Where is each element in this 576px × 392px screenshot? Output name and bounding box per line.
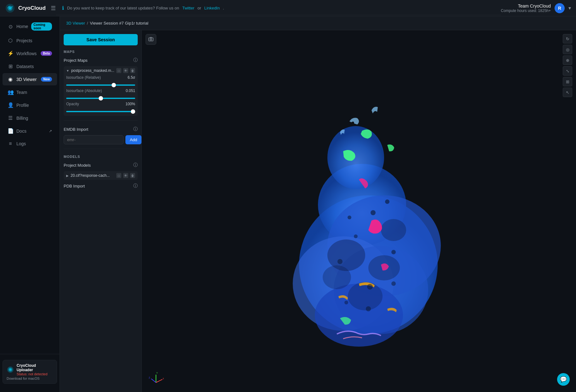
emdb-input[interactable] (64, 135, 124, 144)
project-maps-info-icon[interactable]: ⓘ (133, 57, 138, 63)
announcement-icon: ℹ (62, 5, 64, 11)
breadcrumb-bar: 3D Viewer / Viewer Session #7 Gip1r tuto… (60, 16, 576, 30)
isosurface-relative-slider[interactable] (66, 84, 135, 86)
isosurface-absolute-label: Isosurface (Absolute) (66, 89, 102, 93)
isosurface-relative-label: Isosurface (Relative) (66, 75, 101, 80)
linkedin-link[interactable]: LinkedIn (204, 6, 220, 10)
project-models-info-icon[interactable]: ⓘ (133, 162, 138, 168)
map-toggle-icon[interactable]: □ (116, 68, 121, 73)
opacity-slider[interactable] (66, 111, 135, 112)
viewer-badge: New (41, 77, 52, 82)
isosurface-absolute-slider-container (66, 94, 135, 101)
logs-icon: ≡ (8, 141, 13, 147)
sidebar-item-billing[interactable]: ☰ Billing (3, 112, 57, 124)
emdb-add-button[interactable]: Add (125, 135, 141, 144)
sidebar-label-profile: Profile (16, 103, 52, 108)
axes-indicator: Y X Z (148, 370, 164, 386)
model-chevron-icon[interactable]: ▶ (66, 174, 69, 177)
datasets-icon: ⊞ (8, 63, 13, 69)
pdb-info-icon[interactable]: ⓘ (133, 183, 138, 189)
uploader-info: CryoCloud Uploader Status: not detected (17, 363, 53, 376)
sidebar-item-projects[interactable]: ⬡ Projects (3, 34, 57, 47)
svg-point-27 (366, 306, 371, 311)
expand-button[interactable]: ⤡ (563, 66, 572, 76)
chat-button[interactable]: 💬 (557, 373, 570, 386)
models-section: MODELS Project Models ⓘ ▶ 20.cif?respons… (64, 153, 138, 190)
breadcrumb-current: Viewer Session #7 Gip1r tutorial (90, 21, 148, 26)
home-icon: ⊙ (8, 24, 13, 30)
isosurface-relative-row: Isosurface (Relative) 6.5σ (66, 74, 135, 81)
emdb-title: EMDB Import (64, 127, 88, 132)
protein-svg (249, 69, 469, 353)
chat-icon: 💬 (560, 376, 567, 383)
pdb-import-title: PDB Import (64, 184, 85, 188)
uploader-download[interactable]: Download for macOS (7, 377, 53, 380)
sidebar-item-workflows[interactable]: ⚡ Workflows Beta (3, 47, 57, 60)
svg-point-18 (323, 265, 351, 289)
sidebar-label-projects: Projects (16, 38, 52, 43)
sidebar-item-logs[interactable]: ≡ Logs (3, 138, 57, 150)
map-chevron-icon[interactable]: ▼ (66, 69, 69, 72)
axes-svg: Y X Z (148, 370, 164, 386)
reset-view-button[interactable]: ↻ (563, 34, 572, 43)
main-layout: ⊙ Home Coming soon ⬡ Projects ⚡ Workflow… (0, 16, 576, 392)
emdb-info-icon[interactable]: ⓘ (133, 126, 138, 132)
content-area: 3D Viewer / Viewer Session #7 Gip1r tuto… (60, 16, 576, 392)
or-text: or (198, 6, 201, 10)
viewer-toolbar (146, 34, 156, 45)
svg-rect-6 (149, 38, 153, 41)
model-eye-icon[interactable]: 👁 (123, 173, 128, 178)
map-filename: postprocess_masked.m... (71, 68, 114, 73)
svg-point-28 (344, 301, 348, 304)
sidebar-label-datasets: Datasets (16, 64, 52, 69)
model-trash-icon[interactable]: 🗑 (130, 173, 135, 178)
zoom-button[interactable]: ⊕ (563, 55, 572, 65)
model-toggle-icon[interactable]: □ (116, 173, 121, 178)
emdb-import-section: EMDB Import ⓘ Add (64, 125, 138, 144)
isosurface-relative-slider-container (66, 81, 135, 88)
isosurface-absolute-slider[interactable] (66, 98, 135, 99)
uploader-widget[interactable]: CryoCloud Uploader Status: not detected … (3, 360, 57, 384)
dropdown-icon[interactable]: ▾ (568, 5, 571, 11)
billing-icon: ☰ (8, 115, 13, 121)
grid-icon: ⊞ (566, 79, 569, 84)
team-name: Team CryoCloud (501, 3, 551, 9)
sidebar-item-profile[interactable]: 👤 Profile (3, 99, 57, 111)
map-eye-icon[interactable]: 👁 (123, 68, 128, 73)
svg-text:Z: Z (149, 377, 150, 379)
uploader-status: Status: not detected (17, 372, 53, 376)
sidebar-label-logs: Logs (16, 141, 52, 146)
svg-point-29 (391, 281, 396, 286)
viewer-icon: ◉ (8, 76, 13, 82)
home-badge: Coming soon (31, 22, 52, 31)
svg-point-20 (371, 210, 376, 215)
twitter-link[interactable]: Twitter (182, 6, 194, 10)
logo-icon (5, 3, 15, 13)
opacity-label: Opacity (66, 102, 79, 106)
sidebar-item-datasets[interactable]: ⊞ Datasets (3, 60, 57, 72)
sidebar-item-docs[interactable]: 📄 Docs ↗ (3, 125, 57, 137)
sidebar-item-home[interactable]: ⊙ Home Coming soon (3, 19, 57, 34)
menu-icon[interactable]: ☰ (51, 5, 56, 12)
grid-button[interactable]: ⊞ (563, 77, 572, 86)
sidebar-label-billing: Billing (16, 116, 52, 121)
screenshot-button[interactable] (146, 34, 156, 45)
sidebar-item-team[interactable]: 👥 Team (3, 86, 57, 98)
cursor-button[interactable]: ↖ (563, 88, 572, 97)
workflows-icon: ⚡ (8, 50, 13, 56)
map-sliders: Isosurface (Relative) 6.5σ Isosurface (A… (66, 73, 135, 114)
svg-text:X: X (163, 378, 164, 380)
model-controls: □ 👁 🗑 (116, 173, 135, 178)
breadcrumb-parent[interactable]: 3D Viewer (66, 21, 85, 26)
maps-section-label: MAPS (64, 49, 138, 54)
sidebar-item-3d-viewer[interactable]: ◉ 3D Viewer New (3, 73, 57, 85)
save-session-button[interactable]: Save Session (64, 34, 138, 45)
map-item: ▼ postprocess_masked.m... □ 👁 🗑 Isosurfa… (64, 66, 138, 116)
map-trash-icon[interactable]: 🗑 (130, 68, 135, 73)
center-view-button[interactable]: ◎ (563, 45, 572, 54)
zoom-icon: ⊕ (566, 58, 569, 63)
sidebar-label-workflows: Workflows (16, 51, 37, 56)
avatar[interactable]: R (555, 3, 565, 13)
svg-point-22 (391, 250, 396, 254)
app-name: CryoCloud (18, 5, 46, 11)
